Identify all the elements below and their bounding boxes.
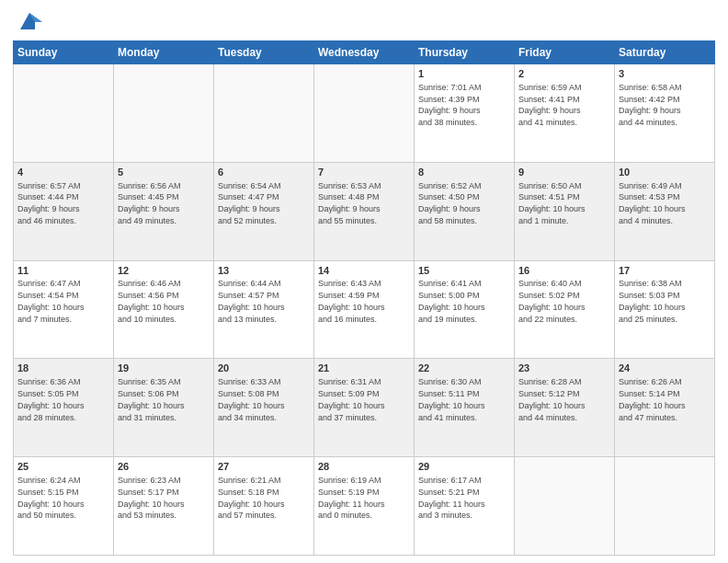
logo-icon xyxy=(17,9,42,35)
day-number: 18 xyxy=(17,362,109,375)
day-number: 16 xyxy=(518,264,610,278)
day-info: Sunrise: 6:44 AM Sunset: 4:57 PM Dayligh… xyxy=(218,279,285,323)
calendar-cell: 21Sunrise: 6:31 AM Sunset: 5:09 PM Dayli… xyxy=(314,359,415,457)
logo xyxy=(13,9,42,35)
day-info: Sunrise: 6:43 AM Sunset: 4:59 PM Dayligh… xyxy=(318,279,385,323)
day-number: 20 xyxy=(218,362,310,375)
day-info: Sunrise: 6:41 AM Sunset: 5:00 PM Dayligh… xyxy=(418,279,485,323)
calendar-cell: 9Sunrise: 6:50 AM Sunset: 4:51 PM Daylig… xyxy=(515,162,615,260)
calendar-cell: 28Sunrise: 6:19 AM Sunset: 5:19 PM Dayli… xyxy=(314,457,415,556)
calendar-week-3: 11Sunrise: 6:47 AM Sunset: 4:54 PM Dayli… xyxy=(14,260,715,359)
day-info: Sunrise: 6:56 AM Sunset: 4:45 PM Dayligh… xyxy=(118,181,181,225)
day-number: 7 xyxy=(318,166,410,179)
day-number: 28 xyxy=(318,460,410,474)
col-header-saturday: Saturday xyxy=(615,41,715,64)
day-info: Sunrise: 6:53 AM Sunset: 4:48 PM Dayligh… xyxy=(318,181,381,225)
calendar-cell: 3Sunrise: 6:58 AM Sunset: 4:42 PM Daylig… xyxy=(615,64,715,163)
day-number: 27 xyxy=(218,460,310,474)
col-header-tuesday: Tuesday xyxy=(214,41,314,64)
calendar-cell: 2Sunrise: 6:59 AM Sunset: 4:41 PM Daylig… xyxy=(515,64,615,163)
calendar-cell: 16Sunrise: 6:40 AM Sunset: 5:02 PM Dayli… xyxy=(515,260,615,359)
calendar-cell: 14Sunrise: 6:43 AM Sunset: 4:59 PM Dayli… xyxy=(314,260,415,359)
calendar-cell: 17Sunrise: 6:38 AM Sunset: 5:03 PM Dayli… xyxy=(615,260,715,359)
col-header-thursday: Thursday xyxy=(415,41,515,64)
day-number: 9 xyxy=(518,166,610,179)
calendar-cell: 5Sunrise: 6:56 AM Sunset: 4:45 PM Daylig… xyxy=(114,162,214,260)
day-number: 26 xyxy=(118,460,210,474)
calendar-cell xyxy=(314,64,415,163)
day-number: 6 xyxy=(218,166,310,179)
day-number: 22 xyxy=(418,362,510,375)
calendar-week-1: 1Sunrise: 7:01 AM Sunset: 4:39 PM Daylig… xyxy=(14,64,715,163)
day-info: Sunrise: 6:36 AM Sunset: 5:05 PM Dayligh… xyxy=(17,377,85,421)
calendar-cell: 26Sunrise: 6:23 AM Sunset: 5:17 PM Dayli… xyxy=(114,457,214,556)
calendar-week-4: 18Sunrise: 6:36 AM Sunset: 5:05 PM Dayli… xyxy=(14,359,715,457)
day-number: 17 xyxy=(619,264,711,278)
day-number: 3 xyxy=(619,67,711,81)
day-number: 10 xyxy=(619,166,711,179)
calendar-cell xyxy=(214,64,314,163)
day-number: 11 xyxy=(17,264,109,278)
calendar-cell: 12Sunrise: 6:46 AM Sunset: 4:56 PM Dayli… xyxy=(114,260,214,359)
day-info: Sunrise: 6:17 AM Sunset: 5:21 PM Dayligh… xyxy=(418,476,485,520)
calendar-cell: 23Sunrise: 6:28 AM Sunset: 5:12 PM Dayli… xyxy=(515,359,615,457)
day-number: 29 xyxy=(418,460,510,474)
calendar-cell: 10Sunrise: 6:49 AM Sunset: 4:53 PM Dayli… xyxy=(615,162,715,260)
col-header-sunday: Sunday xyxy=(14,41,114,64)
calendar-cell xyxy=(114,64,214,163)
day-info: Sunrise: 6:46 AM Sunset: 4:56 PM Dayligh… xyxy=(118,279,185,323)
calendar-cell xyxy=(14,64,114,163)
calendar-cell: 11Sunrise: 6:47 AM Sunset: 4:54 PM Dayli… xyxy=(14,260,114,359)
calendar-cell: 20Sunrise: 6:33 AM Sunset: 5:08 PM Dayli… xyxy=(214,359,314,457)
day-number: 4 xyxy=(17,166,109,179)
calendar-cell: 1Sunrise: 7:01 AM Sunset: 4:39 PM Daylig… xyxy=(415,64,515,163)
col-header-monday: Monday xyxy=(114,41,214,64)
page: SundayMondayTuesdayWednesdayThursdayFrid… xyxy=(0,0,728,563)
day-info: Sunrise: 6:47 AM Sunset: 4:54 PM Dayligh… xyxy=(17,279,85,323)
day-number: 23 xyxy=(518,362,610,375)
calendar-cell: 24Sunrise: 6:26 AM Sunset: 5:14 PM Dayli… xyxy=(615,359,715,457)
day-info: Sunrise: 6:50 AM Sunset: 4:51 PM Dayligh… xyxy=(518,181,586,225)
day-info: Sunrise: 6:40 AM Sunset: 5:02 PM Dayligh… xyxy=(518,279,586,323)
day-info: Sunrise: 6:59 AM Sunset: 4:41 PM Dayligh… xyxy=(518,83,582,127)
calendar-cell: 7Sunrise: 6:53 AM Sunset: 4:48 PM Daylig… xyxy=(314,162,415,260)
day-info: Sunrise: 6:58 AM Sunset: 4:42 PM Dayligh… xyxy=(619,83,682,127)
day-number: 19 xyxy=(118,362,210,375)
day-number: 12 xyxy=(118,264,210,278)
day-info: Sunrise: 7:01 AM Sunset: 4:39 PM Dayligh… xyxy=(418,83,482,127)
day-info: Sunrise: 6:26 AM Sunset: 5:14 PM Dayligh… xyxy=(619,377,686,421)
day-info: Sunrise: 6:57 AM Sunset: 4:44 PM Dayligh… xyxy=(17,181,81,225)
day-info: Sunrise: 6:30 AM Sunset: 5:11 PM Dayligh… xyxy=(418,377,485,421)
day-info: Sunrise: 6:21 AM Sunset: 5:18 PM Dayligh… xyxy=(218,476,285,520)
day-info: Sunrise: 6:28 AM Sunset: 5:12 PM Dayligh… xyxy=(518,377,586,421)
calendar-week-5: 25Sunrise: 6:24 AM Sunset: 5:15 PM Dayli… xyxy=(14,457,715,556)
calendar-cell: 18Sunrise: 6:36 AM Sunset: 5:05 PM Dayli… xyxy=(14,359,114,457)
day-number: 21 xyxy=(318,362,410,375)
calendar-cell: 8Sunrise: 6:52 AM Sunset: 4:50 PM Daylig… xyxy=(415,162,515,260)
calendar-cell: 19Sunrise: 6:35 AM Sunset: 5:06 PM Dayli… xyxy=(114,359,214,457)
calendar-cell: 15Sunrise: 6:41 AM Sunset: 5:00 PM Dayli… xyxy=(415,260,515,359)
day-number: 1 xyxy=(418,67,510,81)
day-info: Sunrise: 6:49 AM Sunset: 4:53 PM Dayligh… xyxy=(619,181,686,225)
day-info: Sunrise: 6:19 AM Sunset: 5:19 PM Dayligh… xyxy=(318,476,385,520)
calendar-cell: 25Sunrise: 6:24 AM Sunset: 5:15 PM Dayli… xyxy=(14,457,114,556)
day-number: 14 xyxy=(318,264,410,278)
calendar-cell: 6Sunrise: 6:54 AM Sunset: 4:47 PM Daylig… xyxy=(214,162,314,260)
day-info: Sunrise: 6:52 AM Sunset: 4:50 PM Dayligh… xyxy=(418,181,482,225)
day-number: 15 xyxy=(418,264,510,278)
calendar-table: SundayMondayTuesdayWednesdayThursdayFrid… xyxy=(13,40,715,556)
calendar-cell: 22Sunrise: 6:30 AM Sunset: 5:11 PM Dayli… xyxy=(415,359,515,457)
col-header-friday: Friday xyxy=(515,41,615,64)
day-info: Sunrise: 6:33 AM Sunset: 5:08 PM Dayligh… xyxy=(218,377,285,421)
col-header-wednesday: Wednesday xyxy=(314,41,415,64)
day-number: 13 xyxy=(218,264,310,278)
calendar-cell xyxy=(615,457,715,556)
calendar-cell: 29Sunrise: 6:17 AM Sunset: 5:21 PM Dayli… xyxy=(415,457,515,556)
day-number: 5 xyxy=(118,166,210,179)
day-number: 8 xyxy=(418,166,510,179)
calendar-cell: 4Sunrise: 6:57 AM Sunset: 4:44 PM Daylig… xyxy=(14,162,114,260)
day-number: 24 xyxy=(619,362,711,375)
calendar-cell xyxy=(515,457,615,556)
calendar-cell: 27Sunrise: 6:21 AM Sunset: 5:18 PM Dayli… xyxy=(214,457,314,556)
calendar-cell: 13Sunrise: 6:44 AM Sunset: 4:57 PM Dayli… xyxy=(214,260,314,359)
